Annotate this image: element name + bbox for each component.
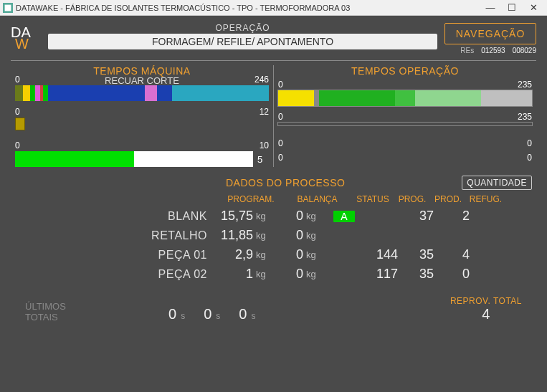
machine-bar-1 — [15, 85, 269, 101]
row-refug: 0 — [434, 267, 470, 282]
machine-bar-2 — [15, 118, 269, 130]
row-prod: 35 — [398, 267, 434, 282]
process-row: PEÇA 012,9kg0kg144354 — [25, 247, 536, 262]
row-balance: 0 — [275, 209, 303, 224]
unit-kg: kg — [253, 269, 275, 279]
row-prod: 35 — [398, 247, 434, 262]
row-balance: 0 — [275, 267, 303, 282]
row-program: 1 — [219, 267, 253, 282]
operation-bar-2 — [278, 123, 532, 125]
row-balance: 0 — [275, 247, 303, 262]
row-status: A — [326, 210, 362, 223]
machine-times-panel: TEMPOS MÁQUINA RECUAR CORTE 0 246 0 — [11, 65, 274, 167]
bar3-value: 5 — [257, 154, 269, 165]
process-data: DADOS DO PROCESSO QUANTIDADE PROGRAM. BA… — [11, 176, 536, 282]
timer-2: 0 — [204, 306, 211, 322]
unit-kg: kg — [303, 269, 326, 279]
operation-times-panel: TEMPOS OPERAÇÃO 0 235 0 235 0 0 — [274, 65, 536, 167]
bar3-min: 0 — [15, 140, 20, 150]
process-title: DADOS DO PROCESSO — [226, 177, 462, 188]
row-refug: 4 — [434, 247, 470, 262]
footer-reprov: REPROV. TOTAL 4 — [450, 296, 536, 322]
row-program: 11,85 — [219, 228, 253, 243]
op-bar2-min: 0 — [278, 112, 283, 122]
op-s2-l: 0 — [278, 153, 283, 163]
op-s1-r: 0 — [527, 138, 532, 148]
timer-3: 0 — [239, 306, 247, 322]
op-s2-r: 0 — [527, 153, 532, 163]
res-label: REs — [460, 47, 474, 54]
machine-bar-3: 5 — [15, 151, 269, 167]
process-row: RETALHO11,85kg0kg — [25, 228, 536, 243]
op-s1-l: 0 — [278, 138, 283, 148]
row-prod: 37 — [398, 209, 434, 224]
navigation-button[interactable]: NAVEGAÇÃO — [444, 23, 536, 44]
footer-left-label: ÚLTIMOS TOTAIS — [25, 302, 168, 322]
minimize-button[interactable]: — — [480, 2, 501, 13]
bar1-min: 0 — [15, 75, 20, 85]
col-status: STATUS — [351, 194, 394, 204]
operation-label: OPERAÇÃO — [48, 23, 437, 33]
svg-rect-1 — [5, 4, 11, 11]
row-refug: 2 — [434, 209, 470, 224]
svg-text:W: W — [15, 36, 29, 52]
footer: ÚLTIMOS TOTAIS 0 s 0 s 0 s REPROV. TOTAL… — [11, 296, 536, 322]
divider — [11, 60, 536, 61]
row-program: 2,9 — [219, 247, 253, 262]
bar1-max: 246 — [255, 75, 269, 85]
operation-field[interactable]: FORMAGEM/ REFILE/ APONTAMENTO — [48, 34, 437, 49]
process-row: BLANK15,75kg0kgA372 — [25, 209, 536, 224]
unit-kg: kg — [303, 249, 326, 260]
row-prog: 144 — [362, 247, 398, 262]
op-bar1-min: 0 — [278, 80, 283, 90]
col-prod: PROD. — [430, 194, 466, 204]
col-prog: PROG. — [394, 194, 430, 204]
res-value-1: 012593 — [481, 47, 505, 54]
unit-kg: kg — [303, 211, 326, 221]
operation-times-title: TEMPOS OPERAÇÃO — [278, 65, 532, 77]
process-row: PEÇA 021kg0kg117350 — [25, 267, 536, 282]
row-program: 15,75 — [219, 209, 253, 224]
res-indicator: REs 012593 008029 — [444, 47, 536, 54]
row-label: BLANK — [25, 210, 219, 223]
row-label: PEÇA 01 — [25, 249, 219, 262]
col-refug: REFUG. — [466, 194, 505, 204]
window-title: DATAWAKE - FÁBRICA DE ISOLANTES TERMOACÚ… — [16, 4, 480, 12]
col-program: PROGRAM. — [219, 194, 283, 204]
quantity-button[interactable]: QUANTIDADE — [462, 176, 532, 190]
status-badge: A — [333, 211, 354, 222]
row-balance: 0 — [275, 228, 303, 243]
header: DA W OPERAÇÃO FORMAGEM/ REFILE/ APONTAME… — [11, 23, 536, 54]
row-label: PEÇA 02 — [25, 268, 219, 281]
bar2-max: 12 — [260, 107, 269, 117]
maximize-button[interactable]: ☐ — [501, 2, 523, 13]
row-label: RETALHO — [25, 229, 219, 242]
col-balanca: BALANÇA — [283, 194, 351, 204]
unit-kg: kg — [253, 211, 275, 221]
unit-kg: kg — [303, 230, 326, 241]
bar2-min: 0 — [15, 107, 20, 117]
logo: DA W — [11, 23, 41, 52]
bar3-max: 10 — [260, 140, 269, 150]
row-prog: 117 — [362, 267, 398, 282]
res-value-2: 008029 — [513, 47, 536, 54]
window-titlebar: DATAWAKE - FÁBRICA DE ISOLANTES TERMOACÚ… — [0, 0, 547, 16]
op-bar2-max: 235 — [518, 112, 532, 122]
app-root: DA W OPERAÇÃO FORMAGEM/ REFILE/ APONTAME… — [0, 16, 547, 392]
charts: TEMPOS MÁQUINA RECUAR CORTE 0 246 0 — [11, 65, 536, 167]
timer-1: 0 — [168, 306, 176, 322]
unit-kg: kg — [253, 249, 275, 260]
close-button[interactable]: ✕ — [523, 2, 544, 13]
operation-box: OPERAÇÃO FORMAGEM/ REFILE/ APONTAMENTO — [48, 23, 437, 49]
app-icon — [3, 3, 13, 13]
footer-timers: 0 s 0 s 0 s — [168, 306, 450, 322]
operation-bar-1 — [278, 90, 532, 106]
op-bar1-max: 235 — [518, 80, 532, 90]
unit-kg: kg — [253, 230, 275, 241]
process-columns: PROGRAM. BALANÇA STATUS PROG. PROD. REFU… — [25, 194, 536, 204]
